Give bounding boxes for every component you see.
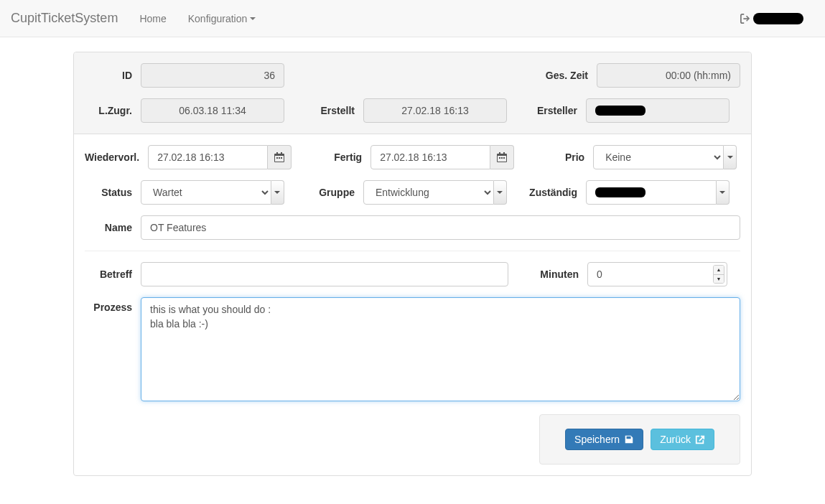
save-icon (624, 434, 634, 444)
sign-out-icon (740, 14, 750, 24)
navbar: CupitTicketSystem Home Konfiguration (0, 0, 825, 37)
caret-down-icon (250, 17, 256, 20)
label-ges-zeit: Ges. Zeit (532, 70, 597, 81)
minuten-input[interactable] (587, 262, 727, 286)
navbar-left: CupitTicketSystem Home Konfiguration (11, 0, 266, 37)
label-wiedervorl: Wiedervorl. (85, 151, 148, 163)
label-ersteller: Ersteller (514, 105, 586, 116)
gruppe-select[interactable]: Entwicklung (363, 180, 494, 205)
status-select-toggle[interactable] (271, 180, 284, 205)
logout-link[interactable] (730, 2, 814, 35)
zustaendig-select-toggle[interactable] (717, 180, 730, 205)
username-redacted (753, 13, 803, 24)
spinner-up-icon[interactable]: ▲ (714, 266, 724, 275)
gruppe-select-toggle[interactable] (494, 180, 507, 205)
prio-select[interactable]: Keine (593, 145, 724, 169)
minuten-spinner[interactable]: ▲ ▼ (713, 265, 724, 284)
save-button-label: Speichern (574, 434, 620, 445)
label-betreff: Betreff (85, 269, 141, 280)
zustaendig-redacted (595, 187, 645, 197)
panel-heading: ID Ges. Zeit L.Zugr. Erstellt (74, 52, 751, 134)
label-fertig: Fertig (299, 151, 370, 163)
spinner-down-icon[interactable]: ▼ (714, 275, 724, 284)
name-input[interactable] (141, 215, 740, 240)
zustaendig-select[interactable] (586, 180, 717, 205)
ersteller-redacted (595, 106, 645, 116)
ges-zeit-field (597, 63, 740, 88)
main-container: ID Ges. Zeit L.Zugr. Erstellt (73, 52, 752, 476)
fertig-calendar-button[interactable] (490, 145, 514, 169)
panel-body: Wiedervorl. Fertig (74, 134, 751, 475)
status-select[interactable]: Wartet (141, 180, 271, 205)
navbar-right (730, 2, 814, 35)
back-button[interactable]: Zurück (651, 429, 714, 450)
prozess-textarea[interactable]: this is what you should do : bla bla bla… (141, 297, 740, 401)
nav-home[interactable]: Home (129, 2, 177, 35)
wiedervorl-calendar-button[interactable] (268, 145, 292, 169)
prio-select-toggle[interactable] (724, 145, 737, 169)
betreff-input[interactable] (141, 262, 508, 286)
fertig-input[interactable] (370, 145, 490, 169)
external-link-icon (695, 434, 705, 444)
nav-config-label: Konfiguration (188, 13, 248, 24)
label-minuten: Minuten (516, 269, 587, 280)
label-lzugr: L.Zugr. (85, 105, 141, 116)
label-prozess: Prozess (85, 297, 141, 313)
save-button[interactable]: Speichern (565, 429, 643, 450)
brand-link[interactable]: CupitTicketSystem (11, 0, 129, 37)
label-erstellt: Erstellt (292, 105, 363, 116)
calendar-icon (497, 152, 507, 162)
action-well: Speichern Zurück (539, 414, 740, 465)
ersteller-field (586, 98, 730, 123)
lzugr-field (141, 98, 284, 123)
nav-config-dropdown[interactable]: Konfiguration (177, 2, 267, 35)
ticket-panel: ID Ges. Zeit L.Zugr. Erstellt (73, 52, 752, 476)
id-field (141, 63, 284, 88)
back-button-label: Zurück (660, 434, 691, 445)
label-status: Status (85, 187, 141, 198)
label-prio: Prio (521, 151, 593, 163)
label-zustaendig: Zuständig (514, 187, 586, 198)
erstellt-field (363, 98, 507, 123)
label-gruppe: Gruppe (292, 187, 363, 198)
label-name: Name (85, 222, 141, 233)
divider (85, 251, 740, 251)
wiedervorl-input[interactable] (148, 145, 268, 169)
label-id: ID (85, 70, 141, 81)
calendar-icon (274, 152, 284, 162)
